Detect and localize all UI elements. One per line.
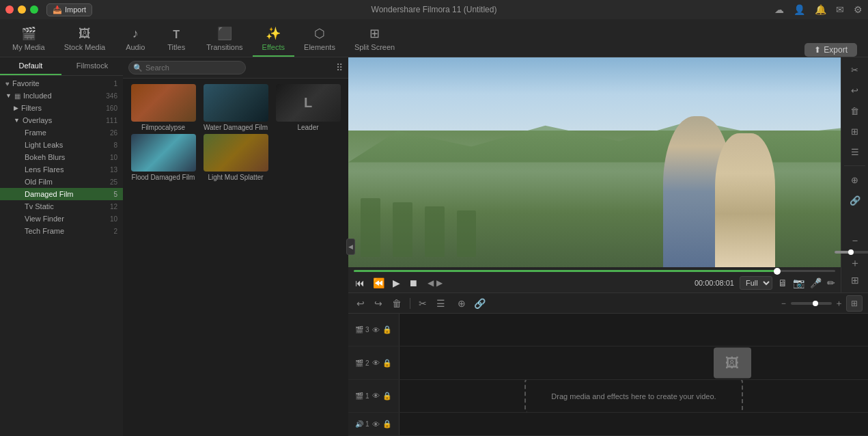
cloud-icon[interactable]: ☁ [774,4,784,15]
nav-elements[interactable]: ⬡ Elements [294,23,345,57]
settings-icon[interactable]: ⚙ [854,4,863,15]
close-button[interactable] [5,5,14,14]
effect-thumb-leader[interactable]: L Leader [273,84,343,131]
tool-delete[interactable]: 🗑 [845,103,865,119]
effects-search-row: 🔍 ⠿ [123,57,348,79]
tool-list[interactable]: ☰ [845,144,865,160]
tl-zoom-thumb [813,301,818,306]
track-lock-audio-1[interactable]: 🔒 [382,420,392,428]
drop-zone-text: Drag media and effects here to create yo… [551,392,716,400]
export-button[interactable]: ⬆ Export [804,43,857,57]
nav-titles[interactable]: T Titles [156,26,197,57]
track-header-3: 🎬 3 👁 🔒 [348,314,400,346]
search-wrapper: 🔍 [128,61,333,74]
nav-stock-media[interactable]: 🖼 Stock Media [55,24,115,57]
nav-effects[interactable]: ✨ Effects [253,23,294,57]
nav-stock-media-label: Stock Media [64,43,106,51]
sidebar-item-old-film[interactable]: Old Film 25 [0,176,123,188]
nav-right-icon[interactable]: ▶ [436,278,443,288]
stop-button[interactable]: ⏹ [407,276,419,290]
effect-thumb-light-mud[interactable]: Light Mud Splatter [201,134,270,181]
tl-zoom-slider[interactable] [791,302,832,305]
mic-icon[interactable]: 🎤 [810,277,822,288]
track-lock-1[interactable]: 🔒 [382,392,392,400]
notification-icon[interactable]: 🔔 [815,4,826,15]
sidebar-item-light-leaks[interactable]: Light Leaks 8 [0,139,123,151]
tl-link[interactable]: 🔗 [471,297,488,310]
track-body-2[interactable]: 🖼 [400,346,868,379]
track-eye-audio-1[interactable]: 👁 [372,420,380,428]
sidebar-item-filters[interactable]: ▶ Filters 160 [0,102,123,114]
nav-my-media[interactable]: 🎬 My Media [3,23,55,57]
tl-add-track[interactable]: ⊕ [455,297,468,310]
tl-redo[interactable]: ↪ [372,297,385,310]
frame-back-button[interactable]: ⏪ [372,276,386,290]
track-body-1[interactable]: Drag media and effects here to create yo… [400,380,868,412]
nav-effects-label: Effects [262,43,285,51]
sidebar-item-view-finder[interactable]: View Finder 10 [0,213,123,225]
titles-icon: T [173,29,180,41]
nav-transitions[interactable]: ⬛ Transitions [197,23,252,57]
skip-back-button[interactable]: ⏮ [354,276,366,290]
track-eye-1[interactable]: 👁 [372,392,380,400]
tool-redo[interactable]: ↩ [845,82,865,98]
sidebar-item-overlays[interactable]: ▼ Overlays 111 [0,114,123,126]
track-lock-2[interactable]: 🔒 [382,359,392,368]
grid-layout-button[interactable]: ⠿ [336,62,343,73]
play-button[interactable]: ▶ [391,276,402,290]
nav-audio[interactable]: ♪ Audio [115,24,156,57]
tab-filmstock[interactable]: Filmstock [61,57,123,75]
maximize-button[interactable] [30,5,38,14]
effect-thumb-flood-damaged[interactable]: Flood Damaged Film [128,134,198,181]
media-drag-thumb: 🖼 [714,348,751,379]
minimize-button[interactable] [18,5,26,14]
track-body-audio-1[interactable] [400,413,868,435]
import-button[interactable]: 📥 Import [46,3,92,16]
tool-link[interactable]: 🔗 [845,192,865,208]
tl-zoom-out-icon[interactable]: － [779,297,788,310]
tl-grid-button[interactable]: ⊞ [846,295,863,312]
tl-undo[interactable]: ↩ [354,297,367,310]
tab-default[interactable]: Default [0,57,61,75]
zoom-out-icon[interactable]: － [850,234,860,248]
tl-track-icons: ⊕ 🔗 [455,297,488,310]
progress-bar[interactable] [354,270,835,272]
effects-search-input[interactable] [128,61,246,74]
track-lock-3[interactable]: 🔒 [382,325,392,334]
sidebar-item-bokeh-blurs[interactable]: Bokeh Blurs 10 [0,151,123,163]
tl-zoom-in-icon[interactable]: ＋ [835,297,843,310]
grid-view-btn[interactable]: ⊞ [851,275,859,286]
app-title: Wondershare Filmora 11 (Untitled) [372,5,497,14]
sidebar-item-included[interactable]: ▼ ▦ Included 346 [0,90,123,102]
sidebar-item-damaged-film[interactable]: Damaged Film 5 [0,188,123,200]
tl-list[interactable]: ☰ [434,297,448,310]
tool-crop[interactable]: ⊞ [845,123,865,139]
account-icon[interactable]: 👤 [794,4,805,15]
effect-thumb-filmpocalypse[interactable]: Filmpocalypse [128,84,198,131]
monitor-icon[interactable]: 🖥 [778,277,787,288]
sidebar-item-lens-flares[interactable]: Lens Flares 13 [0,163,123,176]
track-eye-3[interactable]: 👁 [372,326,380,334]
quality-select[interactable]: Full 1/2 1/4 [740,276,772,290]
hide-panel-button[interactable]: ◀ [346,239,355,255]
track-body-3[interactable] [400,314,868,346]
track-eye-2[interactable]: 👁 [372,359,380,367]
nav-titles-label: Titles [167,43,185,51]
email-icon[interactable]: ✉ [836,4,844,15]
tl-delete[interactable]: 🗑 [389,297,404,310]
tool-add-track[interactable]: ⊕ [845,172,865,188]
import-icon: 📥 [53,5,62,14]
screenshot-icon[interactable]: 📷 [793,277,804,288]
zoom-slider[interactable] [835,251,869,254]
my-media-icon: 🎬 [21,26,36,41]
effect-thumb-water-damaged[interactable]: Water Damaged Film [201,84,270,131]
tl-split[interactable]: ✂ [416,297,430,310]
sidebar-item-favorite[interactable]: ♥ Favorite 1 [0,77,123,90]
nav-split-screen[interactable]: ⊞ Split Screen [345,23,404,57]
nav-left-icon[interactable]: ◀ [428,278,434,288]
sidebar-item-frame[interactable]: Frame 26 [0,126,123,139]
tool-scissors[interactable]: ✂ [845,62,865,78]
sidebar-item-tech-frame[interactable]: Tech Frame 2 [0,225,123,237]
zoom-in-icon[interactable]: ＋ [850,256,860,271]
sidebar-item-tv-static[interactable]: Tv Static 12 [0,200,123,213]
